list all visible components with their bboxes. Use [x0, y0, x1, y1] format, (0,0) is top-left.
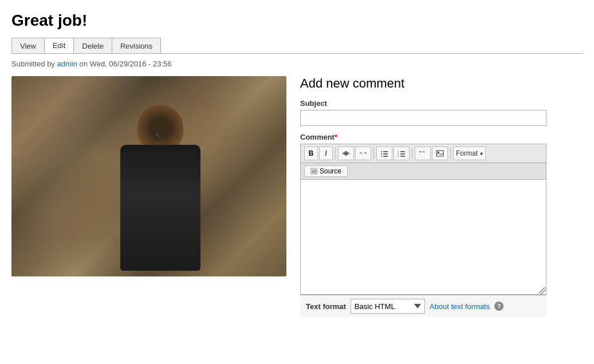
main-content: ↖ Add new comment Subject Comment* B I: [11, 76, 583, 317]
svg-rect-16: [436, 151, 443, 156]
bullet-list-button[interactable]: [376, 147, 392, 160]
comment-label: Comment*: [300, 133, 583, 141]
admin-link[interactable]: admin: [57, 60, 77, 68]
toolbar-separator-2: [373, 148, 374, 159]
image-button[interactable]: [432, 147, 448, 160]
format-label: Format: [456, 149, 478, 157]
link-icon: [342, 151, 350, 156]
submitted-date: on Wed, 06/29/2016 - 23:56: [80, 60, 172, 68]
text-format-select[interactable]: Basic HTML Full HTML Plain text Restrict…: [351, 299, 425, 314]
unlink-icon: [359, 151, 367, 156]
comment-form: Add new comment Subject Comment* B I: [300, 76, 583, 317]
tab-delete[interactable]: Delete: [73, 38, 112, 53]
bullet-list-icon: [380, 150, 388, 157]
blockquote-button[interactable]: " ": [415, 147, 431, 160]
image-icon: [436, 150, 444, 157]
editor-toolbar: B I: [301, 144, 546, 163]
subject-label: Subject: [300, 99, 583, 108]
submission-info: Submitted by admin on Wed, 06/29/2016 - …: [11, 60, 583, 68]
number-list-icon: 1. 2. 3.: [398, 150, 406, 157]
bold-button[interactable]: B: [304, 147, 318, 160]
cursor: ↖: [155, 130, 162, 140]
svg-point-4: [381, 153, 382, 155]
format-dropdown-arrow: ▾: [480, 151, 483, 157]
svg-point-2: [381, 151, 382, 152]
link-button[interactable]: [338, 147, 354, 160]
toolbar-separator-3: [412, 148, 412, 159]
toolbar-separator-4: [450, 148, 451, 159]
svg-point-6: [381, 156, 382, 157]
unlink-button[interactable]: [355, 147, 371, 160]
subject-input[interactable]: [300, 110, 546, 126]
editor-body[interactable]: [301, 180, 546, 294]
source-label: Source: [320, 167, 341, 175]
comment-form-title: Add new comment: [300, 76, 583, 91]
svg-text:": ": [419, 150, 422, 157]
svg-text:": ": [422, 150, 425, 157]
tab-bar: View Edit Delete Revisions: [11, 38, 583, 54]
toolbar-separator-1: [335, 148, 336, 159]
source-button[interactable]: </> Source: [304, 165, 348, 177]
svg-text:3.: 3.: [398, 155, 399, 157]
blockquote-icon: " ": [419, 150, 427, 157]
page-title: Great job!: [11, 11, 583, 30]
image-area: ↖: [11, 76, 286, 276]
help-icon[interactable]: ?: [494, 302, 503, 311]
editor-wrapper: B I: [300, 144, 546, 295]
text-format-label: Text format: [306, 302, 346, 311]
editor-resize-handle[interactable]: [539, 287, 546, 294]
figure-silhouette: [103, 105, 218, 271]
tab-revisions[interactable]: Revisions: [112, 38, 161, 53]
submitted-by-text: Submitted by: [11, 60, 55, 68]
number-list-button[interactable]: 1. 2. 3.: [394, 147, 410, 160]
tab-view[interactable]: View: [11, 38, 45, 53]
editor-source-bar: </> Source: [301, 163, 546, 180]
source-icon: </>: [310, 168, 317, 175]
article-image: ↖: [11, 76, 286, 276]
text-format-bar: Text format Basic HTML Full HTML Plain t…: [300, 295, 546, 317]
italic-button[interactable]: I: [319, 147, 333, 160]
about-formats-link[interactable]: About text formats: [430, 302, 490, 311]
required-indicator: *: [335, 133, 337, 141]
svg-text:</>: </>: [312, 169, 317, 174]
format-dropdown[interactable]: Format ▾: [453, 147, 486, 160]
tab-edit[interactable]: Edit: [44, 38, 74, 53]
